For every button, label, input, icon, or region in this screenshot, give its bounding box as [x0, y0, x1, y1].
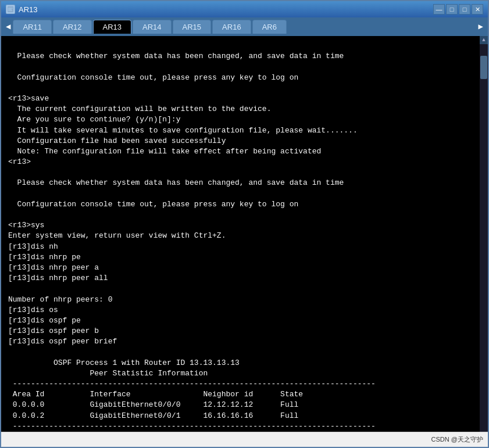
tab-AR11[interactable]: AR11: [13, 20, 52, 34]
title-bar-controls: — □ □ ✕: [433, 4, 483, 15]
tab-AR6[interactable]: AR6: [252, 20, 287, 34]
tab-AR14[interactable]: AR14: [133, 20, 172, 34]
maximize-button[interactable]: □: [459, 4, 470, 15]
tab-AR13[interactable]: AR13: [93, 20, 132, 34]
status-bar: CSDN @天之守护: [1, 432, 488, 447]
tab-AR15[interactable]: AR15: [173, 20, 212, 34]
scroll-up-arrow[interactable]: ▲: [480, 36, 488, 44]
scrollbar-thumb[interactable]: [480, 56, 487, 79]
main-window: AR13 — □ □ ✕ ◀ AR11 AR12 AR13 AR14 AR15 …: [0, 0, 489, 448]
terminal-output[interactable]: Please check whether system data has bee…: [1, 36, 480, 432]
tab-next-arrow[interactable]: ▶: [476, 18, 486, 35]
status-text: CSDN @天之守护: [431, 435, 483, 444]
minimize-button[interactable]: —: [433, 4, 445, 15]
tabs-container: AR11 AR12 AR13 AR14 AR15 AR16 AR6: [13, 20, 476, 34]
tab-AR16[interactable]: AR16: [212, 20, 251, 34]
tab-AR12[interactable]: AR12: [53, 20, 92, 34]
app-icon: [6, 5, 15, 14]
window-title: AR13: [19, 5, 38, 14]
scrollbar[interactable]: ▲: [480, 36, 488, 432]
close-button[interactable]: ✕: [472, 4, 483, 15]
title-bar-left: AR13: [6, 5, 38, 14]
title-bar: AR13 — □ □ ✕: [1, 1, 488, 17]
tab-prev-arrow[interactable]: ◀: [3, 18, 13, 35]
restore-button[interactable]: □: [446, 4, 458, 15]
tab-bar: ◀ AR11 AR12 AR13 AR14 AR15 AR16 AR6 ▶: [1, 17, 488, 36]
terminal-container: Please check whether system data has bee…: [1, 36, 488, 432]
